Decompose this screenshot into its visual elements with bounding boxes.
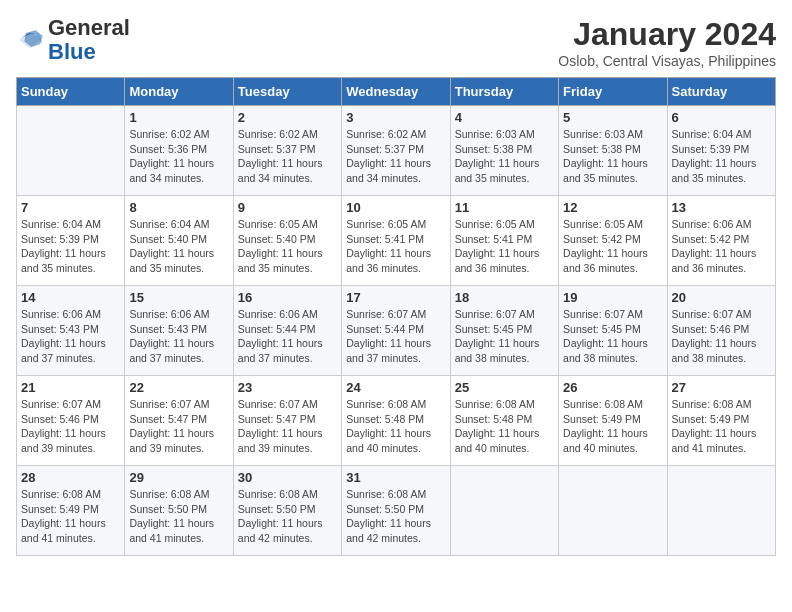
- calendar-cell: [667, 466, 775, 556]
- day-info: Sunrise: 6:05 AMSunset: 5:41 PMDaylight:…: [455, 217, 554, 276]
- weekday-header-saturday: Saturday: [667, 78, 775, 106]
- day-info: Sunrise: 6:08 AMSunset: 5:49 PMDaylight:…: [21, 487, 120, 546]
- day-info: Sunrise: 6:08 AMSunset: 5:48 PMDaylight:…: [455, 397, 554, 456]
- day-info: Sunrise: 6:04 AMSunset: 5:39 PMDaylight:…: [672, 127, 771, 186]
- calendar-table: SundayMondayTuesdayWednesdayThursdayFrid…: [16, 77, 776, 556]
- calendar-cell: [450, 466, 558, 556]
- day-info: Sunrise: 6:03 AMSunset: 5:38 PMDaylight:…: [563, 127, 662, 186]
- calendar-cell: 5Sunrise: 6:03 AMSunset: 5:38 PMDaylight…: [559, 106, 667, 196]
- day-info: Sunrise: 6:02 AMSunset: 5:37 PMDaylight:…: [238, 127, 337, 186]
- calendar-cell: 3Sunrise: 6:02 AMSunset: 5:37 PMDaylight…: [342, 106, 450, 196]
- day-info: Sunrise: 6:07 AMSunset: 5:45 PMDaylight:…: [455, 307, 554, 366]
- day-number: 17: [346, 290, 445, 305]
- day-number: 13: [672, 200, 771, 215]
- week-row-3: 14Sunrise: 6:06 AMSunset: 5:43 PMDayligh…: [17, 286, 776, 376]
- day-info: Sunrise: 6:07 AMSunset: 5:45 PMDaylight:…: [563, 307, 662, 366]
- calendar-cell: 26Sunrise: 6:08 AMSunset: 5:49 PMDayligh…: [559, 376, 667, 466]
- day-number: 22: [129, 380, 228, 395]
- calendar-cell: 20Sunrise: 6:07 AMSunset: 5:46 PMDayligh…: [667, 286, 775, 376]
- calendar-cell: 8Sunrise: 6:04 AMSunset: 5:40 PMDaylight…: [125, 196, 233, 286]
- day-number: 11: [455, 200, 554, 215]
- calendar-cell: 14Sunrise: 6:06 AMSunset: 5:43 PMDayligh…: [17, 286, 125, 376]
- day-number: 28: [21, 470, 120, 485]
- day-info: Sunrise: 6:08 AMSunset: 5:49 PMDaylight:…: [563, 397, 662, 456]
- logo-text: General Blue: [48, 16, 130, 64]
- calendar-cell: 7Sunrise: 6:04 AMSunset: 5:39 PMDaylight…: [17, 196, 125, 286]
- day-number: 16: [238, 290, 337, 305]
- day-number: 12: [563, 200, 662, 215]
- day-info: Sunrise: 6:08 AMSunset: 5:49 PMDaylight:…: [672, 397, 771, 456]
- calendar-cell: 15Sunrise: 6:06 AMSunset: 5:43 PMDayligh…: [125, 286, 233, 376]
- day-number: 5: [563, 110, 662, 125]
- day-info: Sunrise: 6:02 AMSunset: 5:37 PMDaylight:…: [346, 127, 445, 186]
- day-number: 9: [238, 200, 337, 215]
- location-title: Oslob, Central Visayas, Philippines: [558, 53, 776, 69]
- calendar-cell: 12Sunrise: 6:05 AMSunset: 5:42 PMDayligh…: [559, 196, 667, 286]
- week-row-4: 21Sunrise: 6:07 AMSunset: 5:46 PMDayligh…: [17, 376, 776, 466]
- weekday-header-monday: Monday: [125, 78, 233, 106]
- calendar-cell: 1Sunrise: 6:02 AMSunset: 5:36 PMDaylight…: [125, 106, 233, 196]
- calendar-cell: 27Sunrise: 6:08 AMSunset: 5:49 PMDayligh…: [667, 376, 775, 466]
- calendar-cell: 2Sunrise: 6:02 AMSunset: 5:37 PMDaylight…: [233, 106, 341, 196]
- calendar-cell: 30Sunrise: 6:08 AMSunset: 5:50 PMDayligh…: [233, 466, 341, 556]
- day-info: Sunrise: 6:06 AMSunset: 5:44 PMDaylight:…: [238, 307, 337, 366]
- week-row-2: 7Sunrise: 6:04 AMSunset: 5:39 PMDaylight…: [17, 196, 776, 286]
- day-info: Sunrise: 6:06 AMSunset: 5:43 PMDaylight:…: [129, 307, 228, 366]
- day-info: Sunrise: 6:03 AMSunset: 5:38 PMDaylight:…: [455, 127, 554, 186]
- day-number: 3: [346, 110, 445, 125]
- calendar-cell: 16Sunrise: 6:06 AMSunset: 5:44 PMDayligh…: [233, 286, 341, 376]
- calendar-cell: 24Sunrise: 6:08 AMSunset: 5:48 PMDayligh…: [342, 376, 450, 466]
- day-number: 20: [672, 290, 771, 305]
- day-number: 19: [563, 290, 662, 305]
- logo: General Blue: [16, 16, 130, 64]
- weekday-header-friday: Friday: [559, 78, 667, 106]
- day-info: Sunrise: 6:05 AMSunset: 5:41 PMDaylight:…: [346, 217, 445, 276]
- week-row-1: 1Sunrise: 6:02 AMSunset: 5:36 PMDaylight…: [17, 106, 776, 196]
- day-number: 6: [672, 110, 771, 125]
- calendar-cell: [559, 466, 667, 556]
- calendar-cell: 25Sunrise: 6:08 AMSunset: 5:48 PMDayligh…: [450, 376, 558, 466]
- logo-icon: [16, 26, 44, 54]
- day-number: 18: [455, 290, 554, 305]
- calendar-cell: 21Sunrise: 6:07 AMSunset: 5:46 PMDayligh…: [17, 376, 125, 466]
- day-info: Sunrise: 6:07 AMSunset: 5:47 PMDaylight:…: [238, 397, 337, 456]
- weekday-header-wednesday: Wednesday: [342, 78, 450, 106]
- day-number: 15: [129, 290, 228, 305]
- calendar-cell: 17Sunrise: 6:07 AMSunset: 5:44 PMDayligh…: [342, 286, 450, 376]
- weekday-header-row: SundayMondayTuesdayWednesdayThursdayFrid…: [17, 78, 776, 106]
- day-info: Sunrise: 6:02 AMSunset: 5:36 PMDaylight:…: [129, 127, 228, 186]
- day-info: Sunrise: 6:08 AMSunset: 5:50 PMDaylight:…: [238, 487, 337, 546]
- day-number: 29: [129, 470, 228, 485]
- day-number: 26: [563, 380, 662, 395]
- day-info: Sunrise: 6:08 AMSunset: 5:50 PMDaylight:…: [129, 487, 228, 546]
- calendar-cell: 31Sunrise: 6:08 AMSunset: 5:50 PMDayligh…: [342, 466, 450, 556]
- day-info: Sunrise: 6:07 AMSunset: 5:46 PMDaylight:…: [672, 307, 771, 366]
- day-number: 30: [238, 470, 337, 485]
- day-number: 27: [672, 380, 771, 395]
- calendar-cell: [17, 106, 125, 196]
- month-title: January 2024: [558, 16, 776, 53]
- calendar-cell: 13Sunrise: 6:06 AMSunset: 5:42 PMDayligh…: [667, 196, 775, 286]
- day-number: 2: [238, 110, 337, 125]
- day-number: 4: [455, 110, 554, 125]
- day-info: Sunrise: 6:05 AMSunset: 5:42 PMDaylight:…: [563, 217, 662, 276]
- calendar-cell: 6Sunrise: 6:04 AMSunset: 5:39 PMDaylight…: [667, 106, 775, 196]
- calendar-cell: 10Sunrise: 6:05 AMSunset: 5:41 PMDayligh…: [342, 196, 450, 286]
- calendar-cell: 11Sunrise: 6:05 AMSunset: 5:41 PMDayligh…: [450, 196, 558, 286]
- calendar-cell: 28Sunrise: 6:08 AMSunset: 5:49 PMDayligh…: [17, 466, 125, 556]
- calendar-cell: 23Sunrise: 6:07 AMSunset: 5:47 PMDayligh…: [233, 376, 341, 466]
- week-row-5: 28Sunrise: 6:08 AMSunset: 5:49 PMDayligh…: [17, 466, 776, 556]
- calendar-cell: 22Sunrise: 6:07 AMSunset: 5:47 PMDayligh…: [125, 376, 233, 466]
- header: General Blue January 2024 Oslob, Central…: [16, 16, 776, 69]
- day-info: Sunrise: 6:06 AMSunset: 5:42 PMDaylight:…: [672, 217, 771, 276]
- weekday-header-tuesday: Tuesday: [233, 78, 341, 106]
- day-number: 23: [238, 380, 337, 395]
- day-info: Sunrise: 6:08 AMSunset: 5:50 PMDaylight:…: [346, 487, 445, 546]
- weekday-header-thursday: Thursday: [450, 78, 558, 106]
- day-info: Sunrise: 6:07 AMSunset: 5:46 PMDaylight:…: [21, 397, 120, 456]
- day-number: 1: [129, 110, 228, 125]
- calendar-cell: 9Sunrise: 6:05 AMSunset: 5:40 PMDaylight…: [233, 196, 341, 286]
- calendar-cell: 18Sunrise: 6:07 AMSunset: 5:45 PMDayligh…: [450, 286, 558, 376]
- weekday-header-sunday: Sunday: [17, 78, 125, 106]
- calendar-cell: 4Sunrise: 6:03 AMSunset: 5:38 PMDaylight…: [450, 106, 558, 196]
